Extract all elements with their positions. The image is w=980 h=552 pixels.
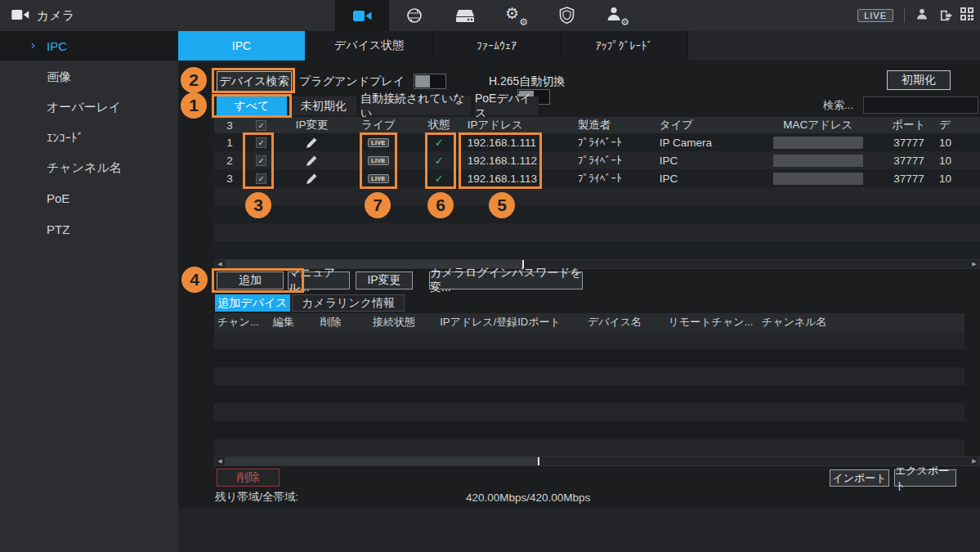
active-item-caret: › — [31, 38, 35, 52]
bandwidth-label: 残り帯域/全帯域: — [215, 490, 298, 505]
scroll-left-icon[interactable]: ◀ — [215, 458, 225, 464]
device-row: 3 ✓ LIVE ✓ 192.168.1.113 ﾌﾟﾗｲﾍﾞｰﾄ IPC 37… — [214, 169, 980, 187]
sidebar-item-channel-name[interactable]: チャンネル名 — [0, 153, 178, 183]
col-mac-address: MACアドレス — [758, 118, 879, 132]
col-type: タイプ — [660, 118, 758, 132]
annotation-box-6 — [425, 132, 456, 189]
main-nav: ⚙⚙ ⚙ — [335, 0, 642, 31]
sidebar-item-overlay[interactable]: オーバーレイ — [0, 92, 178, 123]
edit-ip-icon[interactable] — [278, 155, 347, 166]
page-title: カメラ — [11, 0, 74, 31]
col-manufacturer: 製造者 — [578, 118, 660, 132]
user-icon[interactable] — [915, 7, 929, 24]
col-connection-status: 接続状態 — [357, 315, 431, 330]
edit-ip-icon[interactable] — [278, 173, 347, 184]
nav-storage-icon[interactable] — [440, 0, 490, 31]
topbar-right: LIVE ▾ — [857, 0, 973, 31]
col-live: ライブ — [347, 118, 411, 132]
tab-device-status[interactable]: デバイス状態 — [306, 31, 433, 61]
bandwidth-value: 420.00Mbps/420.00Mbps — [466, 490, 590, 505]
topbar: カメラ ⚙⚙ ⚙ — [0, 0, 980, 31]
added-device-table: チャン... 編集 削除 接続状態 IPアドレス/登録IDポート デバイス名 リ… — [214, 313, 964, 457]
tab-camera-link-info[interactable]: カメラリンク情報 — [292, 294, 405, 312]
annotation-marker-6: 6 — [427, 192, 454, 218]
col-status: 状態 — [411, 118, 468, 132]
col-modify-ip: IP変更 — [278, 118, 347, 132]
col-edit: 編集 — [263, 315, 304, 330]
annotation-marker-4: 4 — [181, 267, 208, 293]
added-table-empty-row — [214, 367, 964, 385]
select-all-checkbox[interactable]: ✓ — [256, 120, 266, 131]
annotation-marker-3: 3 — [245, 192, 271, 218]
mac-redacted — [773, 173, 863, 185]
live-button[interactable]: LIVE — [857, 9, 893, 22]
export-button[interactable]: エクスポート — [894, 469, 956, 487]
content-footer — [178, 509, 980, 552]
tab-added-device[interactable]: 追加デバイス — [215, 294, 290, 312]
annotation-box-7 — [360, 132, 397, 189]
annotation-marker-1: 1 — [181, 92, 207, 119]
sidebar-item-image[interactable]: 画像 — [0, 62, 178, 92]
sidebar: › IPC 画像 オーバーレイ ｴﾝｺｰﾄﾞ チャンネル名 PoE PTZ — [0, 31, 178, 552]
table-empty-row — [214, 205, 980, 223]
topbar-divider — [904, 8, 905, 23]
mac-redacted — [773, 155, 863, 167]
nav-security-icon[interactable] — [541, 0, 592, 31]
annotation-box-1 — [212, 94, 292, 118]
scroll-right-icon[interactable]: ▶ — [969, 458, 979, 464]
annotation-marker-5: 5 — [489, 192, 515, 218]
import-button[interactable]: インポート — [830, 469, 889, 487]
tab-upgrade[interactable]: ｱｯﾌﾟｸﾞﾚｰﾄﾞ — [561, 31, 688, 61]
sidebar-item-ipc[interactable]: › IPC — [0, 31, 178, 61]
annotation-marker-2: 2 — [181, 67, 207, 93]
annotation-box-5 — [459, 132, 542, 189]
scroll-left-icon[interactable]: ◀ — [215, 261, 225, 267]
filter-poe-device[interactable]: PoEデバイス — [475, 96, 539, 115]
sidebar-item-encode[interactable]: ｴﾝｺｰﾄﾞ — [0, 123, 178, 153]
added-table-empty-row — [214, 421, 964, 439]
nav-account-icon[interactable]: ⚙ — [592, 0, 642, 31]
tab-ipc[interactable]: IPC — [178, 31, 306, 61]
mac-redacted — [773, 137, 863, 149]
col-remote-channel: リモートチャン... — [660, 315, 762, 330]
nav-camera-icon[interactable] — [335, 0, 389, 31]
page-tabbar: IPC デバイス状態 ﾌｧｰﾑｳｪｱ ｱｯﾌﾟｸﾞﾚｰﾄﾞ — [178, 31, 980, 61]
device-table-header: 3 ✓ IP変更 ライブ 状態 IPアドレス 製造者 タイプ MACアドレス ポ… — [214, 117, 980, 133]
table-empty-row — [214, 187, 980, 205]
added-table-empty-row — [214, 349, 964, 367]
modify-ip-button[interactable]: IP変更 — [356, 272, 413, 289]
plug-and-play-toggle[interactable] — [414, 74, 446, 89]
filter-not-auto-connected[interactable]: 自動接続されていない — [360, 96, 471, 115]
col-ip-reg-port: IPアドレス/登録IDポート — [431, 315, 570, 330]
search-label: 検索... — [823, 96, 853, 114]
col-clipped: デ — [939, 118, 980, 132]
plug-and-play-label: プラグアンドプレイ — [299, 71, 405, 92]
tab-firmware[interactable]: ﾌｧｰﾑｳｪｱ — [433, 31, 561, 61]
table-empty-row — [214, 241, 980, 259]
nav-system-settings-icon[interactable]: ⚙⚙ — [490, 0, 541, 31]
col-device-name: デバイス名 — [570, 315, 660, 330]
added-table-scrollbar[interactable]: ◀ ▶ — [214, 456, 980, 466]
filter-uninitialized[interactable]: 未初期化 — [291, 96, 356, 115]
edit-ip-icon[interactable] — [278, 137, 347, 148]
added-table-header: チャン... 編集 削除 接続状態 IPアドレス/登録IDポート デバイス名 リ… — [214, 313, 964, 331]
col-channel: チャン... — [214, 315, 263, 330]
col-channel-name: チャンネル名 — [762, 315, 868, 330]
search-input[interactable] — [863, 96, 978, 114]
logout-icon[interactable]: ▾ — [939, 9, 950, 23]
nav-network-icon[interactable] — [389, 0, 440, 31]
sidebar-item-ptz[interactable]: PTZ — [0, 214, 178, 245]
col-ip-address: IPアドレス — [468, 118, 578, 132]
added-table-empty-row — [214, 331, 964, 349]
delete-button[interactable]: 削除 — [217, 469, 280, 487]
sidebar-item-poe[interactable]: PoE — [0, 183, 178, 213]
annotation-box-4 — [212, 268, 304, 293]
col-port: ポート — [879, 118, 939, 132]
annotation-box-3 — [243, 132, 274, 189]
added-table-empty-row — [214, 439, 964, 457]
qr-code-icon[interactable] — [960, 7, 973, 24]
change-camera-password-button[interactable]: カメラログインパスワードを変... — [429, 272, 583, 289]
device-row: 2 ✓ LIVE ✓ 192.168.1.112 ﾌﾟﾗｲﾍﾞｰﾄ IPC 37… — [214, 151, 980, 169]
initialize-button[interactable]: 初期化 — [887, 70, 951, 90]
scroll-right-icon[interactable]: ▶ — [969, 261, 979, 267]
